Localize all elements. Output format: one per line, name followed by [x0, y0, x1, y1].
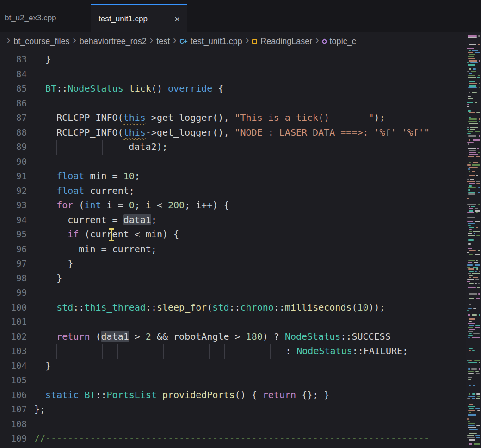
line-number[interactable]: 105	[0, 373, 34, 388]
minimap-line	[469, 404, 473, 405]
line-number[interactable]: 90	[0, 155, 34, 169]
line-number[interactable]: 95	[0, 227, 34, 242]
breadcrumb-item-method[interactable]: topic_c	[322, 37, 356, 46]
minimap[interactable]	[466, 32, 481, 448]
close-icon[interactable]: ×	[174, 14, 180, 24]
minimap-line	[468, 87, 477, 89]
code-line[interactable]: 83 }	[0, 52, 466, 67]
code-line[interactable]: 108	[0, 417, 466, 432]
line-number[interactable]: 89	[0, 140, 34, 155]
code-line[interactable]: 109//-----------------------------------…	[0, 431, 466, 446]
minimap-line	[469, 154, 478, 156]
minimap-line	[468, 421, 470, 422]
minimap-line	[472, 273, 480, 274]
minimap-line	[467, 129, 469, 131]
line-number[interactable]: 86	[0, 96, 34, 111]
code-line[interactable]: 86	[0, 96, 466, 111]
minimap-line	[469, 360, 472, 361]
line-number[interactable]: 107	[0, 402, 34, 417]
line-number[interactable]: 96	[0, 242, 34, 257]
line-number[interactable]: 100	[0, 300, 34, 315]
code-line[interactable]: 106 static BT::PortsList providedPorts()…	[0, 388, 466, 403]
minimap-line	[469, 429, 478, 430]
line-number[interactable]: 85	[0, 81, 34, 96]
code-text: if (current < min) {	[34, 227, 466, 242]
code-line[interactable]: 89 data2);	[0, 140, 466, 155]
line-number[interactable]: 87	[0, 111, 34, 125]
tab-test-unit1[interactable]: test_unit1.cpp ×	[91, 4, 187, 32]
code-line[interactable]: 100 std::this_thread::sleep_for(std::chr…	[0, 300, 466, 315]
minimap-line	[470, 179, 474, 180]
line-number[interactable]: 104	[0, 359, 34, 373]
minimap-line	[479, 442, 480, 443]
code-line[interactable]: 103 : NodeStatus::FAILURE;	[0, 344, 466, 359]
line-number[interactable]: 91	[0, 169, 34, 184]
line-number[interactable]: 83	[0, 52, 34, 67]
line-number[interactable]: 98	[0, 271, 34, 286]
minimap-line	[479, 87, 480, 89]
code-line[interactable]: 107};	[0, 402, 466, 417]
code-line[interactable]: 91 float min = 10;	[0, 169, 466, 184]
minimap-line	[470, 127, 478, 128]
line-number[interactable]: 94	[0, 213, 34, 228]
minimap-line	[469, 250, 476, 251]
code-line[interactable]: 88 RCLCPP_INFO(this->get_logger(), "NODE…	[0, 125, 466, 140]
minimap-line	[472, 350, 475, 351]
code-line[interactable]: 90	[0, 155, 466, 169]
line-number[interactable]: 102	[0, 330, 34, 344]
line-number[interactable]: 108	[0, 417, 34, 432]
minimap-line	[467, 133, 471, 135]
line-number[interactable]: 84	[0, 67, 34, 82]
code-line[interactable]: 96 min = current;	[0, 242, 466, 257]
minimap-line	[479, 83, 480, 85]
line-number[interactable]: 88	[0, 125, 34, 140]
line-number[interactable]: 93	[0, 198, 34, 213]
code-line[interactable]: 94 current = data1;	[0, 213, 466, 228]
line-number[interactable]: 101	[0, 315, 34, 330]
tab-label: bt_u2_ex3.cpp	[5, 13, 56, 23]
minimap-line	[468, 243, 471, 245]
code-line[interactable]: 101	[0, 315, 466, 330]
breadcrumb-item-folder[interactable]: behaviortree_ros2	[80, 37, 147, 46]
code-line[interactable]: 102 return (data1 > 2 && robotAngle > 18…	[0, 330, 466, 344]
line-number[interactable]: 106	[0, 388, 34, 403]
line-number[interactable]: 109	[0, 431, 34, 446]
breadcrumb-item-file[interactable]: C+ test_unit1.cpp	[180, 37, 242, 46]
code-line[interactable]: 105	[0, 373, 466, 388]
code-line[interactable]: 98 }	[0, 271, 466, 286]
breadcrumb-item-folder[interactable]: bt_course_files	[13, 37, 69, 46]
code-line[interactable]: 84	[0, 67, 466, 82]
line-number[interactable]: 103	[0, 344, 34, 359]
code-line[interactable]: 99	[0, 286, 466, 300]
code-line[interactable]: 93 for (int i = 0; i < 200; i++) {	[0, 198, 466, 213]
minimap-line	[473, 267, 478, 268]
code-line[interactable]: 95 if (current < min) {	[0, 227, 466, 242]
minimap-line	[467, 62, 469, 64]
minimap-line	[470, 129, 475, 131]
breadcrumb-item-folder[interactable]: test	[156, 37, 170, 46]
code-line[interactable]: 92 float current;	[0, 184, 466, 199]
minimap-line	[476, 235, 480, 236]
minimap-line	[468, 327, 473, 328]
code-line[interactable]: 104 }	[0, 359, 466, 373]
code-text: }	[34, 256, 466, 271]
minimap-line	[468, 193, 475, 195]
code-line[interactable]: 85 BT::NodeStatus tick() override {	[0, 81, 466, 96]
tab-bt-u2-ex3[interactable]: bt_u2_ex3.cpp	[0, 4, 81, 32]
line-number[interactable]: 97	[0, 256, 34, 271]
minimap-line	[473, 385, 476, 386]
code-editor[interactable]: 83 }8485 BT::NodeStatus tick() override …	[0, 50, 466, 448]
code-text	[34, 67, 466, 82]
code-line[interactable]: 97 }	[0, 256, 466, 271]
code-text: float min = 10;	[34, 169, 466, 184]
minimap-line	[469, 412, 471, 414]
indent-guide	[102, 344, 117, 359]
minimap-line	[468, 268, 474, 270]
breadcrumb-item-class[interactable]: ReadingLaser	[252, 37, 312, 46]
line-number[interactable]: 99	[0, 286, 34, 300]
minimap-line	[473, 333, 479, 335]
minimap-line	[469, 73, 472, 74]
line-number[interactable]: 92	[0, 184, 34, 199]
code-line[interactable]: 87 RCLCPP_INFO(this->get_logger(), "This…	[0, 111, 466, 125]
indent-guide	[163, 344, 179, 359]
